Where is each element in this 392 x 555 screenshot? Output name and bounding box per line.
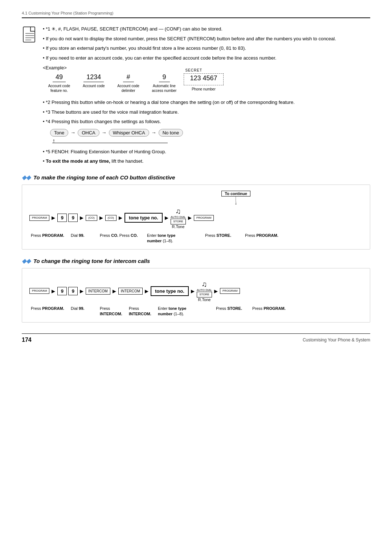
arrow-1: → [70, 130, 75, 135]
diag-sep-4 [176, 73, 184, 76]
prog-btn-2: PROGRAM [194, 215, 214, 221]
intercom-key-1: INTERCOM [86, 288, 110, 295]
secret-label: SECRET [185, 68, 202, 72]
section1-box: To continue ↓ PROGRAM ▶ 9 9 ▶ (CO) ▶ (CO… [22, 185, 370, 250]
tone-type-box-2: tone type no. [151, 286, 189, 296]
label-press-intercom-2: PressINTERCOM. [129, 305, 158, 316]
auto-dial-area-1: AUTO DIAL STORE [171, 215, 186, 224]
up-arrow-icon: ↑ [52, 139, 370, 143]
rtone-area-1: ♫ AUTO DIAL STORE R.Tone [171, 207, 186, 229]
diag-sep-3 [145, 73, 152, 76]
diag-sep-2 [105, 73, 112, 76]
diag-item-phone: SECRET 123 4567 Phone number [184, 73, 223, 92]
intercom-btn-1: INTERCOM [86, 288, 110, 295]
note-text-6: • *3 These buttons are used for the voic… [43, 109, 370, 116]
rtone-label-2: R.Tone [198, 297, 211, 302]
flow-arrow-s2-4: ▶ [145, 288, 148, 294]
diag-item-acct-code: 1234 Account code [83, 73, 105, 88]
arrow-2: → [102, 130, 107, 135]
note-text-9: • To exit the mode at any time, lift the… [43, 158, 370, 165]
section2-flow-row: PROGRAM ▶ 9 9 ▶ INTERCOM ▶ INTERCOM ▶ to… [29, 280, 363, 302]
tone-btn-whisper: Whisper OHCA [109, 129, 149, 137]
diag-label-phone: Phone number [192, 87, 216, 92]
section2-title: To change the ringing tone for intercom … [33, 258, 150, 264]
note-text-7: • *4 Pressing this button changes the se… [43, 118, 370, 125]
label-press-co-1: Press CO. Press CO. [100, 232, 147, 238]
phone-number-box: 123 4567 [184, 73, 223, 85]
prog-btn-3: PROGRAM [29, 288, 49, 294]
flow-arrow-s2-6: ▶ [214, 288, 218, 294]
intercom-btn-2: INTERCOM [118, 288, 143, 295]
flow-arrow-s2-1: ▶ [52, 288, 55, 294]
section1-flow-row: PROGRAM ▶ 9 9 ▶ (CO) ▶ (CO) ▶ tone type … [29, 207, 363, 229]
auto-dial-area-2: AUTO DIAL STORE [197, 288, 212, 297]
flow-arrow-6: ▶ [188, 215, 192, 220]
to-continue-block: To continue ↓ [221, 191, 250, 204]
note-text-8: • *5 FENOH: Floating Extension Number of… [43, 148, 370, 155]
note-text-4: • If you need to enter an account code, … [43, 54, 370, 62]
note-icon [22, 26, 38, 42]
diag-item-delimiter: # Account code delimiter [112, 73, 145, 93]
section2-label-row: Press PROGRAM. Dial 99. PressINTERCOM. P… [29, 305, 363, 316]
back-arrow-area: ↑ [52, 139, 370, 143]
label-enter-tone-2: Enter tone typenumber (1–8). [158, 305, 216, 316]
rtone-label-1: R.Tone [172, 224, 185, 229]
music-note-2: ♫ [201, 280, 207, 288]
diag-item-line-access: 9 Automatic lineaccess number [152, 73, 177, 93]
auto-dial-label-1: AUTO DIAL [171, 215, 186, 219]
co-key-1: (CO) [86, 215, 97, 221]
diag-number-phone: 123 4567 [187, 74, 220, 83]
diag-label-delimiter: Account code delimiter [112, 84, 145, 93]
tone-btn-notone: No tone [159, 129, 183, 137]
to-continue-down-arrow: ↓ [234, 202, 237, 204]
label-enter-tone-1: Enter tone typenumber (1–8). [147, 232, 205, 243]
label-press-store-2: Press STORE. [216, 305, 252, 311]
intercom-key-2: INTERCOM [118, 288, 143, 295]
note-text-5: • *2 Pressing this button while on-hook … [43, 99, 370, 106]
key-9-1: 9 [57, 214, 67, 222]
tone-btn-ohca: OHCA [78, 129, 99, 137]
diag-label-line-access: Automatic lineaccess number [152, 84, 177, 93]
label-dial-99-1: Dial 99. [71, 232, 100, 238]
note-block: • *1 ✳, #, FLASH, PAUSE, SECRET (INTERCO… [22, 25, 370, 167]
flow-arrow-2: ▶ [80, 215, 83, 220]
note-bold-exit: To exit the mode at any time, [46, 158, 110, 164]
label-press-program-1: Press PROGRAM. [31, 232, 71, 238]
diamond-icon-1: ◆◆ [22, 174, 30, 181]
page-footer: 174 Customising Your Phone & System [22, 333, 370, 343]
flow-arrow-s2-2: ▶ [80, 288, 83, 294]
section1-title: To make the ringing tone of each CO butt… [33, 174, 175, 181]
diag-number-hash: # [123, 73, 134, 82]
tone-type-box-1: tone type no. [124, 213, 163, 223]
label-press-program-end-1: Press PROGRAM. [245, 232, 281, 238]
note-text-1: • *1 ✳, #, FLASH, PAUSE, SECRET (INTERCO… [43, 25, 370, 33]
diamond-icon-2: ◆◆ [22, 258, 30, 264]
page-header: 4.1 Customising Your Phone (Station Prog… [22, 11, 370, 18]
example-diagram: 49 Account code feature no. 1234 Account… [43, 73, 370, 93]
flow-arrow-4: ▶ [119, 215, 122, 220]
diag-number-1234: 1234 [83, 73, 104, 82]
section2-box: PROGRAM ▶ 9 9 ▶ INTERCOM ▶ INTERCOM ▶ to… [22, 268, 370, 323]
section1-heading: ◆◆ To make the ringing tone of each CO b… [22, 174, 370, 181]
page-number: 174 [22, 337, 32, 343]
key-9-2: 9 [68, 214, 78, 222]
label-dial-99-2: Dial 99. [71, 305, 100, 311]
diag-label-acct-code: Account code [83, 84, 105, 88]
store-key-1: STORE [171, 219, 185, 224]
flow-arrow-s2-5: ▶ [191, 288, 195, 294]
note-text-3: • If you store an external party's numbe… [43, 45, 370, 52]
note-rest-exit: lift the handset. [110, 158, 144, 164]
label-press-program-end-2: Press PROGRAM. [252, 305, 289, 311]
tone-btn-tone: Tone [50, 129, 68, 137]
flow-arrow-s2-3: ▶ [113, 288, 116, 294]
label-press-intercom-1: PressINTERCOM. [100, 305, 129, 316]
diag-number-49: 49 [53, 73, 66, 82]
key-9-4: 9 [68, 287, 78, 295]
co-btn-1: (CO) [86, 215, 97, 221]
auto-dial-label-2: AUTO DIAL [197, 288, 212, 292]
program-key-2: PROGRAM [194, 215, 214, 221]
diag-label-acct-feature: Account code feature no. [43, 84, 75, 93]
flow-arrow-1: ▶ [52, 215, 55, 220]
note-content: • *1 ✳, #, FLASH, PAUSE, SECRET (INTERCO… [43, 25, 370, 167]
section2-spacer [29, 274, 363, 280]
